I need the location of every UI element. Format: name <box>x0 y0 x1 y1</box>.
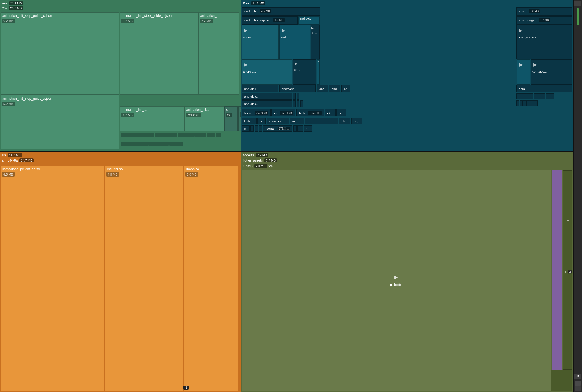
dex-androidx-label: androidx <box>243 9 257 13</box>
dex-android-med[interactable]: ▶ android... <box>242 59 292 85</box>
res-panel-label: res 21.2 MB <box>2 1 23 5</box>
sidebar-r[interactable]: r <box>574 1 581 6</box>
panel-assets: assets 7.7 MB flutter_assets 7.7 MB asse… <box>241 152 573 392</box>
dex-androidx-compose-label: androidx.compose <box>243 18 271 22</box>
dex-label: Dex <box>243 1 250 5</box>
res-cell-set-label: set <box>225 107 237 112</box>
assets-size: 7.7 MB <box>256 153 268 157</box>
res-cell-anim-init1-size: 1.2 MB <box>121 113 134 117</box>
lib-cell-app[interactable]: libapp.so 3.0 MB <box>184 166 238 391</box>
dex-bottom-row2: kotlin... k io.sentry io.f ok... org. <box>242 118 572 124</box>
res-cell-anim-short[interactable]: animation_... 2.2 MB <box>198 12 239 95</box>
assets-label: assets <box>243 153 254 157</box>
misc-play: ▶ <box>563 171 572 270</box>
lib-cell-app-size: 3.0 MB <box>185 172 198 177</box>
res-cell-set-size: 24 <box>226 113 232 117</box>
assets-assets-label: assets 7.0 MB fon <box>243 164 274 168</box>
dex-andro-big[interactable]: ▶ andro... <box>279 25 310 59</box>
dex-android-sub[interactable]: android... <box>298 16 320 25</box>
dex-androi-big[interactable]: ▶ androi... <box>242 25 279 59</box>
dex-an-med[interactable]: ▶ an... <box>293 59 316 85</box>
dex-bottom-row3: ▶ kotlinx 176.3 ... ≡ <box>242 125 572 132</box>
assets-font-cell[interactable] <box>552 170 562 370</box>
lib-cell-mediasoup-size: 6.5 MB <box>2 172 15 177</box>
res-cell-anim-c[interactable]: animation_init_step_guide_c.json 5.2 MB <box>1 12 119 95</box>
arm-label: arm64-v8a 14.7 MB <box>2 158 34 162</box>
res-cell-anim-a-label: animation_init_step_guide_a.json <box>1 95 119 101</box>
raw-label: raw 20.9 MB <box>2 6 23 10</box>
lib-cell-app-label: libapp.so <box>184 166 238 172</box>
res-bottom-bars <box>121 133 240 150</box>
res-cell-anim-init1[interactable]: animation_init_... 1.2 MB <box>120 106 184 131</box>
flutter-assets-label: flutter_assets 7.7 MB <box>243 158 277 162</box>
res-cell-anim-init1-label: animation_init_... <box>120 107 184 112</box>
dex-androidx-compose[interactable]: androidx.compose 1.6 MB <box>242 16 298 25</box>
res-cell-anim-init2-size: 724.0 kB <box>186 113 201 117</box>
dex-bottom-row: kotlin 363.9 kB io 351.4 kB tech 195.9 k… <box>242 109 572 116</box>
res-cell-anim-b-label: animation_init_step_guide_b.json <box>120 13 198 18</box>
lib-size: 14.7 MB <box>8 153 22 157</box>
lib-cell-flutter[interactable]: libflutter.so 4.9 MB <box>105 166 183 391</box>
res-cell-anim-b[interactable]: animation_init_step_guide_b.json 5.2 MB <box>120 12 198 95</box>
res-cell-anim-b-size: 5.2 MB <box>121 19 134 23</box>
lib-panel-label: lib 14.7 MB <box>2 153 22 157</box>
res-cell-set[interactable]: set 24 <box>224 106 238 131</box>
fon-label: fon <box>269 164 274 168</box>
sidebar-bottom-items <box>575 381 581 391</box>
dex-com-size: 2.0 MB <box>529 9 540 13</box>
lib-cell-flutter-size: 4.9 MB <box>106 172 119 177</box>
res-cell-se[interactable]: se... 28... <box>238 106 241 131</box>
panel-dex: Dex 11.6 MB androidx 3.5 MB com 2.0 MB <box>241 0 573 151</box>
res-label: res <box>2 1 7 5</box>
res-cell-anim-c-label: animation_init_step_guide_c.json <box>1 13 119 18</box>
dex-play-right[interactable]: ▶ <box>517 59 530 85</box>
lottie-play-icon: ▶ <box>394 274 398 280</box>
panel-res: res 21.2 MB raw 20.9 MB animation_init_s… <box>0 0 241 151</box>
dex-com-right-batch: com... <box>516 85 572 106</box>
res-cell-se-size: 28... <box>240 112 241 117</box>
dex-com[interactable]: com 2.0 MB <box>516 7 572 16</box>
dex-grid: androidx 3.5 MB com 2.0 MB androidx.comp… <box>241 0 573 151</box>
assets-m-badge: M <box>568 270 572 273</box>
res-cell-anim-c-size: 5.2 MB <box>2 19 15 23</box>
dex-com-label: com <box>518 9 526 13</box>
dex-panel-label: Dex 11.6 MB <box>243 1 265 5</box>
dex-androidx-batch3: androidx... <box>242 100 376 107</box>
res-size: 21.2 MB <box>9 1 23 5</box>
sidebar-scrollbar[interactable] <box>577 8 579 25</box>
dex-com-google-a-big[interactable]: ▶ com.google.a... <box>516 25 572 59</box>
dex-androidx-batch2: androidx... <box>242 93 376 100</box>
assets-main-cell[interactable]: ▶ ▶ lottie <box>242 170 551 391</box>
sidebar: r M <box>574 0 582 392</box>
r1-badge: r1 <box>183 386 189 390</box>
sidebar-small-2[interactable] <box>575 386 581 391</box>
lottie-label: ▶ lottie <box>390 283 402 287</box>
dex-play-small[interactable]: ▶ <box>317 59 320 85</box>
res-cell-anim-short-size: 2.2 MB <box>200 19 213 23</box>
panel-lib: lib 14.7 MB arm64-v8a 14.7 MB libmediaso… <box>0 152 241 392</box>
sidebar-m[interactable]: M <box>574 374 581 379</box>
assets-bottom-right[interactable] <box>551 370 572 391</box>
dex-size: 11.6 MB <box>251 1 265 5</box>
res-cell-anim-a[interactable]: animation_init_step_guide_a.json 5.2 MB <box>1 95 119 149</box>
res-cell-anim-short-label: animation_... <box>199 13 239 18</box>
dex-com-goo-right[interactable]: ▶ com.goo... <box>531 59 572 85</box>
dex-androidx-compose-size: 1.6 MB <box>273 18 285 22</box>
sidebar-small-1[interactable] <box>575 381 581 386</box>
dex-com-google[interactable]: com.google 1.7 MB <box>516 16 572 25</box>
assets-misc-cell[interactable]: ▶ ▶ ... <box>563 170 572 370</box>
lib-cell-flutter-label: libflutter.so <box>105 166 183 172</box>
lib-cell-mediasoup-label: libmediasoupclient_so.so <box>1 166 104 172</box>
dex-androidx-size: 3.5 MB <box>260 9 271 13</box>
treemap-container: res 21.2 MB raw 20.9 MB animation_init_s… <box>0 0 582 392</box>
lib-cell-mediasoup[interactable]: libmediasoupclient_so.so 6.5 MB <box>1 166 104 391</box>
res-cell-se-label: se... <box>239 107 241 112</box>
dex-androidx-row: androidx... androidx... and and an <box>242 85 376 92</box>
dex-androidx[interactable]: androidx 3.5 MB <box>242 7 320 16</box>
dex-an-big[interactable]: ▶ an... <box>311 25 320 59</box>
assets-panel-label: assets 7.7 MB <box>243 153 268 157</box>
res-cell-anim-a-size: 5.2 MB <box>2 102 15 106</box>
lib-label: lib <box>2 153 6 157</box>
